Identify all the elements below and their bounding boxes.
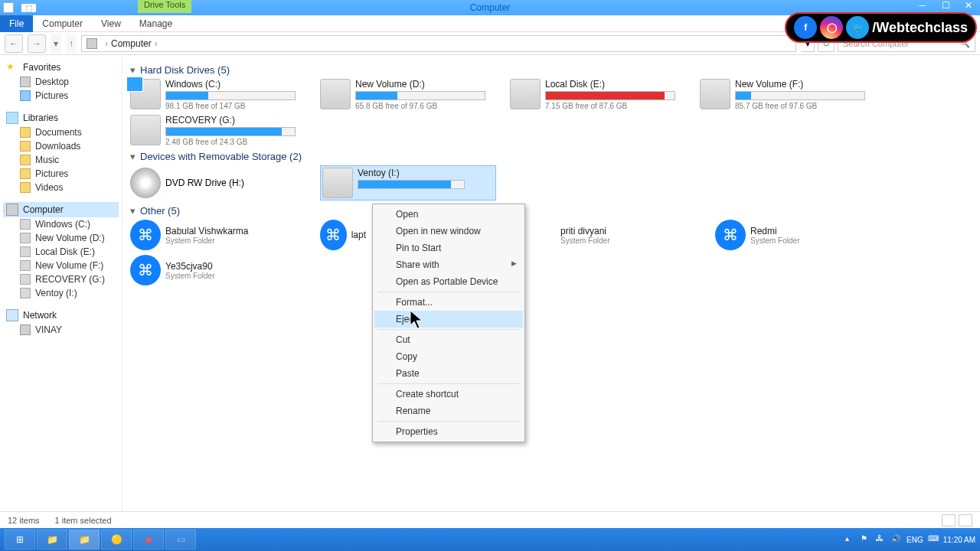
drive-windows-c[interactable]: Windows (C:)98.1 GB free of 147 GB xyxy=(130,79,299,110)
sidebar-favorites[interactable]: ★Favorites xyxy=(3,60,119,75)
ctx-separator xyxy=(377,329,520,330)
bluetooth-icon: ⌘ xyxy=(130,220,161,250)
drive-icon xyxy=(130,79,161,109)
bt-item-priti[interactable]: ⌘priti divyaniSystem Folder xyxy=(525,220,694,250)
drive-newvol-d[interactable]: New Volume (D:)65.8 GB free of 97.6 GB xyxy=(320,79,488,110)
tray-lang[interactable]: ENG xyxy=(906,536,923,544)
ctx-properties[interactable]: Properties xyxy=(374,423,523,440)
library-icon xyxy=(6,112,18,124)
sidebar-item-pictures[interactable]: Pictures xyxy=(3,89,119,103)
breadcrumb-computer[interactable]: Computer xyxy=(111,38,152,49)
drive-icon xyxy=(20,260,31,271)
title-highlight: ⬚ xyxy=(21,4,36,12)
tab-computer[interactable]: Computer xyxy=(33,15,92,32)
forward-button[interactable]: → xyxy=(28,34,46,53)
drive-recovery-g[interactable]: RECOVERY (G:)2.48 GB free of 24.3 GB xyxy=(130,115,299,146)
taskbar-app-blue[interactable]: ▭ xyxy=(165,530,196,549)
sidebar-item-documents[interactable]: Documents xyxy=(3,126,119,139)
ctx-cut[interactable]: Cut xyxy=(374,331,523,348)
bt-item-ye35[interactable]: ⌘Ye35cjva90System Folder xyxy=(130,255,299,285)
ctx-create-shortcut[interactable]: Create shortcut xyxy=(374,386,523,403)
tray-flag-icon[interactable]: ⚑ xyxy=(861,534,871,545)
drive-ventoy-i[interactable]: Ventoy (I:) xyxy=(320,165,496,201)
drive-local-e[interactable]: Local Disk (E:)7.15 GB free of 87.6 GB xyxy=(510,79,678,110)
section-removable[interactable]: ▾Devices with Removable Storage (2) xyxy=(130,151,972,162)
ctx-open-new-window[interactable]: Open in new window xyxy=(374,223,523,240)
sidebar-item-downloads[interactable]: Downloads xyxy=(3,139,119,153)
sidebar-item-recovery-g[interactable]: RECOVERY (G:) xyxy=(3,272,119,286)
drive-icon xyxy=(322,168,353,198)
sidebar-item-music[interactable]: Music xyxy=(3,153,119,167)
sidebar-item-desktop[interactable]: Desktop xyxy=(3,75,119,89)
drive-tools-tab[interactable]: Drive Tools xyxy=(138,0,191,13)
tab-view[interactable]: View xyxy=(92,15,130,32)
bt-item-redmi[interactable]: ⌘RedmiSystem Folder xyxy=(715,220,884,250)
social-overlay: f ◯ 🐦 /Webtechclass xyxy=(785,12,977,43)
bluetooth-icon: ⌘ xyxy=(320,220,347,250)
sidebar-item-newvol-d[interactable]: New Volume (D:) xyxy=(3,231,119,245)
minimize-button[interactable]: ─ xyxy=(911,0,934,11)
taskbar-app-red[interactable]: ◉ xyxy=(133,530,164,549)
up-button[interactable]: ↑ xyxy=(66,34,77,53)
tray-network-icon[interactable]: 🖧 xyxy=(876,534,887,545)
drive-newvol-f[interactable]: New Volume (F:)85.7 GB free of 97.6 GB xyxy=(700,79,868,110)
ctx-open[interactable]: Open xyxy=(374,206,523,223)
taskbar-chrome[interactable]: 🟡 xyxy=(101,530,132,549)
sidebar-item-ventoy-i[interactable]: Ventoy (I:) xyxy=(3,286,119,300)
section-other[interactable]: ▾Other (5) xyxy=(130,205,972,217)
drive-icon xyxy=(20,288,31,298)
ctx-rename[interactable]: Rename xyxy=(374,403,523,419)
recent-dropdown[interactable]: ▾ xyxy=(51,34,61,53)
tab-file[interactable]: File xyxy=(0,15,33,32)
sidebar-item-vinay[interactable]: VINAY xyxy=(3,323,119,337)
star-icon: ★ xyxy=(6,61,18,73)
tray-volume-icon[interactable]: 🔊 xyxy=(891,534,902,545)
window-title: Computer xyxy=(470,2,511,13)
picture-icon xyxy=(20,90,31,101)
sidebar-libraries[interactable]: Libraries xyxy=(3,110,119,126)
tray-time[interactable]: 11:20 AM xyxy=(943,536,975,544)
status-bar: 12 items 1 item selected xyxy=(0,511,980,528)
ctx-format[interactable]: Format... xyxy=(374,294,523,311)
window-icon xyxy=(3,2,14,13)
twitter-icon: 🐦 xyxy=(846,16,869,39)
ctx-pin-start[interactable]: Pin to Start xyxy=(374,240,523,256)
ctx-copy[interactable]: Copy xyxy=(374,348,523,365)
ctx-eject[interactable]: Eject xyxy=(374,311,523,328)
computer-icon xyxy=(87,38,97,49)
tray-up-icon[interactable]: ▴ xyxy=(845,534,856,545)
tray-keyboard-icon[interactable]: ⌨ xyxy=(928,534,939,545)
ctx-separator xyxy=(377,383,520,384)
view-details-button[interactable] xyxy=(942,514,956,527)
close-button[interactable]: ✕ xyxy=(957,0,980,11)
drive-dvd-h[interactable]: DVD RW Drive (H:) xyxy=(130,165,299,201)
collapse-arrow-icon: ▾ xyxy=(130,205,136,217)
start-button[interactable]: ⊞ xyxy=(5,530,35,549)
status-selected: 1 item selected xyxy=(55,516,112,525)
sidebar-network[interactable]: Network xyxy=(3,308,119,323)
ctx-separator xyxy=(377,421,520,422)
folder-icon xyxy=(20,182,31,193)
drive-icon xyxy=(20,246,31,257)
tab-manage[interactable]: Manage xyxy=(130,15,181,32)
ctx-paste[interactable]: Paste xyxy=(374,365,523,382)
sidebar-item-newvol-f[interactable]: New Volume (F:) xyxy=(3,259,119,272)
sidebar-item-windows-c[interactable]: Windows (C:) xyxy=(3,217,119,231)
sidebar-item-pictures-lib[interactable]: Pictures xyxy=(3,167,119,181)
ctx-share-with[interactable]: Share with xyxy=(374,256,523,273)
taskbar-explorer-active[interactable]: 📁 xyxy=(69,530,100,549)
sidebar-item-local-e[interactable]: Local Disk (E:) xyxy=(3,245,119,259)
sidebar-item-videos[interactable]: Videos xyxy=(3,181,119,194)
sidebar-computer[interactable]: Computer xyxy=(3,202,119,217)
breadcrumb[interactable]: › Computer › xyxy=(81,35,796,52)
bluetooth-icon: ⌘ xyxy=(715,220,746,250)
maximize-button[interactable]: ☐ xyxy=(934,0,957,11)
back-button[interactable]: ← xyxy=(5,34,23,53)
content-pane: ▾Hard Disk Drives (5) Windows (C:)98.1 G… xyxy=(122,55,980,511)
section-hdd[interactable]: ▾Hard Disk Drives (5) xyxy=(130,64,972,76)
ctx-open-portable[interactable]: Open as Portable Device xyxy=(374,273,523,290)
bt-item-lapt[interactable]: ⌘lapt xyxy=(320,220,366,250)
bt-item-babulal[interactable]: ⌘Babulal VishwkarmaSystem Folder xyxy=(130,220,299,250)
view-tiles-button[interactable] xyxy=(959,514,972,527)
taskbar-explorer[interactable]: 📁 xyxy=(37,530,67,549)
